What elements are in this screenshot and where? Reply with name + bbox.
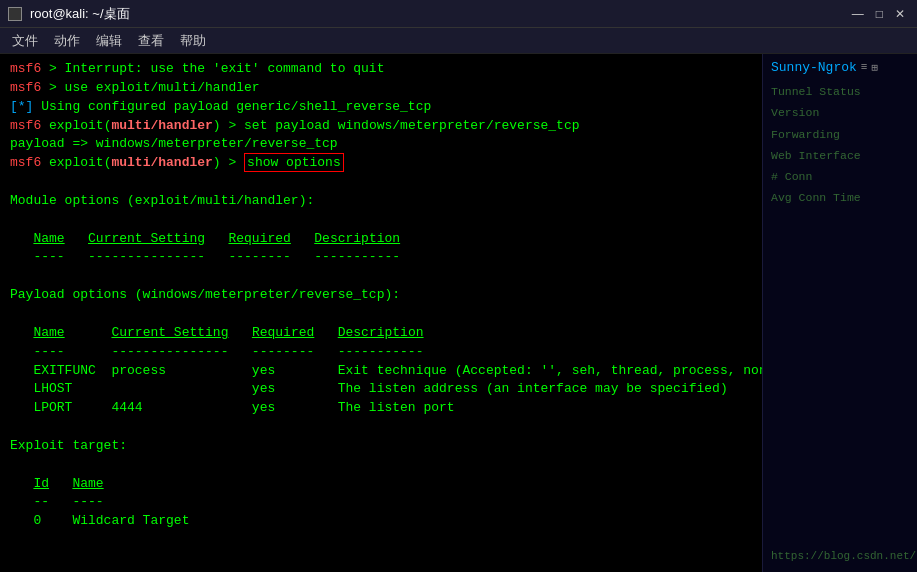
prompt-6: msf6 bbox=[10, 155, 41, 170]
line-blank-5 bbox=[10, 418, 752, 437]
row-lport: LPORT 4444 yes The listen port bbox=[10, 399, 752, 418]
line-blank-8 bbox=[10, 550, 752, 569]
module-options-header: Module options (exploit/multi/handler): bbox=[10, 192, 752, 211]
menu-help[interactable]: 帮助 bbox=[172, 30, 214, 52]
show-options-highlight: show options bbox=[244, 153, 344, 172]
line-blank-3 bbox=[10, 267, 752, 286]
sidebar-icon-1: ≡ bbox=[861, 61, 868, 74]
sidebar-bottom: https://blog.csdn.net/NuclearDalance bbox=[771, 546, 909, 566]
target-table-sep: -- ---- bbox=[10, 493, 752, 512]
watermark: https://blog.csdn.net/NuclearDalance bbox=[771, 546, 909, 566]
title-bar-left: root@kali: ~/桌面 bbox=[8, 5, 130, 23]
terminal[interactable]: msf6 > Interrupt: use the 'exit' command… bbox=[0, 54, 762, 572]
menu-action[interactable]: 动作 bbox=[46, 30, 88, 52]
menu-view[interactable]: 查看 bbox=[130, 30, 172, 52]
line-6: msf6 exploit(multi/handler) > show optio… bbox=[10, 154, 752, 173]
sidebar-version: Version bbox=[771, 104, 909, 121]
minimize-button[interactable]: — bbox=[848, 7, 868, 21]
line-blank-2 bbox=[10, 211, 752, 230]
line-5: payload => windows/meterpreter/reverse_t… bbox=[10, 135, 752, 154]
row-lhost: LHOST yes The listen address (an interfa… bbox=[10, 380, 752, 399]
maximize-button[interactable]: □ bbox=[872, 7, 887, 21]
menu-edit[interactable]: 编辑 bbox=[88, 30, 130, 52]
sidebar: Sunny-Ngrok ≡ ⊞ Tunnel Status Version Fo… bbox=[762, 54, 917, 572]
payload-table-sep: ---- --------------- -------- ----------… bbox=[10, 343, 752, 362]
line-blank-4 bbox=[10, 305, 752, 324]
line-4: msf6 exploit(multi/handler) > set payloa… bbox=[10, 117, 752, 136]
sidebar-title-text: Sunny-Ngrok bbox=[771, 60, 857, 75]
module-table-header: Name Current Setting Required Descriptio… bbox=[10, 230, 752, 249]
exploit-target-header: Exploit target: bbox=[10, 437, 752, 456]
title-bar-title: root@kali: ~/桌面 bbox=[30, 5, 130, 23]
sidebar-web-interface: Web Interface bbox=[771, 147, 909, 164]
payload-options-header: Payload options (windows/meterpreter/rev… bbox=[10, 286, 752, 305]
prompt-4: msf6 bbox=[10, 118, 41, 133]
payload-table-header: Name Current Setting Required Descriptio… bbox=[10, 324, 752, 343]
sidebar-tunnel-status: Tunnel Status bbox=[771, 83, 909, 100]
line-blank-7 bbox=[10, 531, 752, 550]
menu-bar: 文件 动作 编辑 查看 帮助 bbox=[0, 28, 917, 54]
line-blank-6 bbox=[10, 456, 752, 475]
main-area: msf6 > Interrupt: use the 'exit' command… bbox=[0, 54, 917, 572]
line-3: [*] Using configured payload generic/she… bbox=[10, 98, 752, 117]
sidebar-conn: # Conn bbox=[771, 168, 909, 185]
row-wildcard: 0 Wildcard Target bbox=[10, 512, 752, 531]
window-icon bbox=[8, 7, 22, 21]
row-exitfunc: EXITFUNC process yes Exit technique (Acc… bbox=[10, 362, 752, 381]
line-1: msf6 > Interrupt: use the 'exit' command… bbox=[10, 60, 752, 79]
line-2: msf6 > use exploit/multi/handler bbox=[10, 79, 752, 98]
title-bar: root@kali: ~/桌面 — □ ✕ bbox=[0, 0, 917, 28]
sidebar-forwarding: Forwarding bbox=[771, 126, 909, 143]
prompt-1: msf6 bbox=[10, 61, 41, 76]
menu-file[interactable]: 文件 bbox=[4, 30, 46, 52]
sidebar-title: Sunny-Ngrok ≡ ⊞ bbox=[771, 60, 909, 75]
sidebar-icon-2: ⊞ bbox=[871, 61, 878, 74]
close-button[interactable]: ✕ bbox=[891, 7, 909, 21]
module-table-sep: ---- --------------- -------- ----------… bbox=[10, 248, 752, 267]
sidebar-avg-conn-time: Avg Conn Time bbox=[771, 189, 909, 206]
target-table-header: Id Name bbox=[10, 475, 752, 494]
sidebar-icons: ≡ ⊞ bbox=[861, 61, 878, 74]
line-blank-1 bbox=[10, 173, 752, 192]
prompt-2: msf6 bbox=[10, 80, 41, 95]
title-bar-controls: — □ ✕ bbox=[848, 7, 909, 21]
